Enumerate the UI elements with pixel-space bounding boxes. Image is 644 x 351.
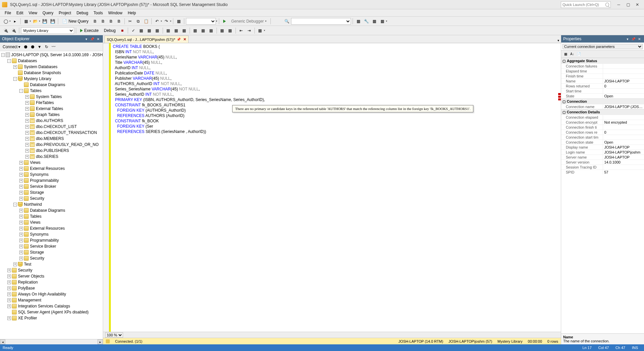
plus-icon[interactable]: + <box>25 101 29 105</box>
minus-icon[interactable]: - <box>13 203 17 206</box>
execute-button[interactable]: Execute <box>78 27 101 34</box>
new-query-button[interactable]: 📄 New Query <box>60 18 91 25</box>
tree-node-security[interactable]: +Security <box>0 195 103 201</box>
start-debug-green-icon[interactable] <box>221 18 228 25</box>
minus-icon[interactable]: - <box>13 77 17 81</box>
property-row[interactable]: Session Tracing ID <box>561 165 644 170</box>
tree-node-synonyms[interactable]: +Synonyms <box>0 172 103 177</box>
plus-icon[interactable]: + <box>19 257 23 260</box>
object-explorer-button[interactable]: ▦ <box>371 18 378 25</box>
property-row[interactable]: Display nameJOSH-LAPTOP <box>561 145 644 150</box>
paste-button[interactable]: 📋 <box>142 18 150 25</box>
stop-icon[interactable]: ⬣ <box>30 44 36 50</box>
find-button[interactable]: 🔍 <box>283 18 290 25</box>
tree-node-external_tables[interactable]: +External Tables <box>0 106 103 112</box>
plus-icon[interactable]: + <box>19 239 23 242</box>
tree-node-tables[interactable]: -Tables <box>0 88 103 94</box>
menu-view[interactable]: View <box>26 10 40 16</box>
tree-node-views[interactable]: +Views <box>0 219 103 225</box>
increase-indent-button[interactable]: ⇥ <box>245 27 253 34</box>
tree-node-databases[interactable]: -Databases <box>0 58 103 64</box>
debug-button[interactable]: Debug <box>101 27 118 34</box>
property-row[interactable]: Connection finish ti <box>561 125 644 130</box>
property-row[interactable]: Login nameJOSH-LAPTOP\joshm <box>561 150 644 155</box>
plus-icon[interactable]: + <box>13 263 17 266</box>
error-marker-icon[interactable] <box>558 93 561 95</box>
tree-node-database_diagrams[interactable]: Database Diagrams <box>0 82 103 88</box>
plus-icon[interactable]: + <box>25 113 29 117</box>
property-row[interactable]: SPID57 <box>561 170 644 175</box>
plus-icon[interactable]: + <box>7 287 11 290</box>
live-stats-button[interactable]: ▦ <box>173 27 180 34</box>
plus-icon[interactable]: + <box>19 191 23 194</box>
property-category[interactable]: ▢Aggregate Status <box>561 58 644 63</box>
minus-icon[interactable]: - <box>7 59 11 63</box>
tree-node-filetables[interactable]: +FileTables <box>0 100 103 106</box>
code-editor[interactable]: CREATE TABLE BOOKS ( ISBN INT NOT NULL, … <box>111 43 561 332</box>
tree-node-polybase[interactable]: +PolyBase <box>0 285 103 291</box>
new-project-button[interactable]: ▦ <box>22 18 30 25</box>
cut-button[interactable]: ✂ <box>126 18 134 25</box>
tree-node-service_broker[interactable]: +Service Broker <box>0 183 103 189</box>
redo-button[interactable]: ↷ <box>163 18 170 25</box>
plus-icon[interactable]: + <box>19 233 23 236</box>
property-category[interactable]: ▢Connection Details <box>561 109 644 115</box>
plus-icon[interactable]: + <box>7 304 11 308</box>
tree-node-dbo_checkout_transaction[interactable]: +dbo.CHECKOUT_TRANSACTION <box>0 130 103 136</box>
minus-icon[interactable]: ▢ <box>563 100 565 103</box>
plus-icon[interactable]: + <box>25 143 29 147</box>
property-row[interactable]: Connection encryptNot encrypted <box>561 120 644 125</box>
property-category[interactable]: ▢Connection <box>561 98 644 104</box>
menu-debug[interactable]: Debug <box>74 10 91 16</box>
menu-help[interactable]: Help <box>125 10 139 16</box>
save-all-button[interactable]: 💾 <box>49 18 56 25</box>
menu-file[interactable]: File <box>2 10 14 16</box>
forward-button[interactable]: ▸ <box>11 18 19 25</box>
tree-node-server_objects[interactable]: +Server Objects <box>0 273 103 279</box>
tree-node-external_resources[interactable]: +External Resources <box>0 225 103 231</box>
tree-node-management[interactable]: +Management <box>0 297 103 303</box>
query-options-button[interactable]: ▦ <box>146 27 153 34</box>
tree-node-storage[interactable]: +Storage <box>0 249 103 255</box>
tree-node-service_broker[interactable]: +Service Broker <box>0 243 103 249</box>
plus-icon[interactable]: + <box>19 215 23 218</box>
horizontal-scrollbar[interactable]: ◂ ▸ <box>0 339 103 344</box>
plus-icon[interactable]: + <box>19 173 23 176</box>
find-combo[interactable] <box>291 18 351 25</box>
minimize-button[interactable]: ─ <box>614 1 623 8</box>
plus-icon[interactable]: + <box>19 245 23 248</box>
tree-node-dbo_members[interactable]: +dbo.MEMBERS <box>0 136 103 142</box>
maximize-button[interactable]: ▢ <box>623 1 633 8</box>
tree-node-system_tables[interactable]: +System Tables <box>0 94 103 100</box>
open-button[interactable]: 📂 <box>32 18 39 25</box>
menu-window[interactable]: Window <box>105 10 125 16</box>
plus-icon[interactable]: + <box>13 65 17 69</box>
change-connection-button[interactable]: 🔌 <box>10 27 17 34</box>
minus-icon[interactable]: - <box>19 89 23 93</box>
xmla-query-button[interactable]: 🗎 <box>115 18 123 25</box>
tree-node-northwind[interactable]: -Northwind <box>0 201 103 207</box>
connect-button[interactable]: 🔌 <box>2 27 9 34</box>
plus-icon[interactable]: + <box>19 179 23 182</box>
tree-node-root[interactable]: -JOSH-LAPTOP (SQL Server 14.0.1000.169 -… <box>0 52 103 58</box>
tree-node-graph_tables[interactable]: +Graph Tables <box>0 112 103 118</box>
tree-node-programmability[interactable]: +Programmability <box>0 237 103 243</box>
activity-monitor-button[interactable]: ▦ <box>175 18 182 25</box>
plus-icon[interactable]: + <box>7 281 11 284</box>
quick-launch-input[interactable] <box>563 3 605 7</box>
tree-node-views[interactable]: +Views <box>0 160 103 166</box>
property-row[interactable]: Connection failures <box>561 63 644 68</box>
menu-edit[interactable]: Edit <box>14 10 26 16</box>
property-row[interactable]: Server version14.0.1000 <box>561 160 644 165</box>
tree-node-storage[interactable]: +Storage <box>0 189 103 195</box>
plus-icon[interactable]: + <box>7 269 11 272</box>
tree-node-sql_agent[interactable]: SQL Server Agent (Agent XPs disabled) <box>0 309 103 315</box>
back-button[interactable]: ◯ <box>2 18 9 25</box>
minus-icon[interactable]: ▢ <box>563 110 565 114</box>
tree-node-dbo_authors[interactable]: +dbo.AUTHORS <box>0 118 103 124</box>
tree-node-replication[interactable]: +Replication <box>0 279 103 285</box>
minus-icon[interactable]: ▢ <box>563 59 565 63</box>
properties-window-button[interactable]: ▦ <box>379 18 386 25</box>
plus-icon[interactable]: + <box>25 119 29 123</box>
plus-icon[interactable]: + <box>25 125 29 129</box>
